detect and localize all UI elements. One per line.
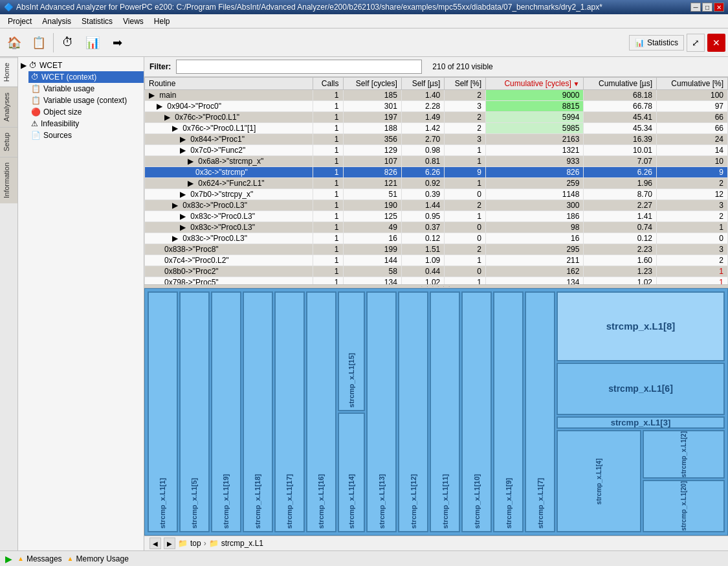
- sources-icon: 📄: [31, 131, 41, 140]
- treemap-cell-17[interactable]: strcmp_x.L1[17]: [274, 291, 305, 532]
- chart-button[interactable]: 📊: [81, 31, 104, 54]
- toolbar-separator-1: [53, 33, 54, 52]
- col-cum-pct[interactable]: Cumulative [%]: [657, 78, 728, 90]
- nav-item-wcet[interactable]: ▶ ⏱ WCET: [18, 60, 144, 71]
- table-row[interactable]: ▶ 0x624->"Func2.L1" 1 121 0.92 1 259 1.9…: [145, 178, 728, 189]
- table-row[interactable]: ▶ 0x83c->"Proc0.L3" 1 190 1.44 2 300 2.2…: [145, 200, 728, 211]
- nav-item-wcet-context[interactable]: ⏱ WCET (context): [28, 71, 144, 83]
- treemap-cell-10[interactable]: strcmp_x.L1[10]: [461, 291, 492, 532]
- tab-setup[interactable]: Setup: [0, 127, 17, 157]
- treemap-cell-4[interactable]: strcmp_x.L1[4]: [557, 430, 641, 532]
- treemap-cell-3[interactable]: strcmp_x.L1[3]: [557, 416, 725, 429]
- wcet-icon: ⏱: [29, 61, 37, 70]
- table-row[interactable]: 0x7c4->"Proc0.L2" 1 144 1.09 1 211 1.60 …: [145, 255, 728, 266]
- col-self-pct[interactable]: Self [%]: [445, 78, 486, 90]
- table-row[interactable]: ▶ 0x83c->"Proc0.L3" 1 49 0.37 0 98 0.74 …: [145, 222, 728, 233]
- nav-item-variable-usage-context[interactable]: 📋 Variable usage (context): [28, 95, 144, 106]
- nav-label-variable-ctx: Variable usage (context): [43, 96, 127, 105]
- report-button[interactable]: 📋: [27, 31, 50, 54]
- statistics-button[interactable]: 📊 Statistics: [629, 35, 684, 51]
- table-header-row: Routine Calls Self [cycles] Self [µs] Se…: [145, 78, 728, 90]
- panel-close-button[interactable]: ✕: [707, 34, 725, 52]
- treemap-cell-19[interactable]: strcmp_x.L1[19]: [211, 291, 241, 532]
- breadcrumb-top[interactable]: top: [190, 539, 201, 548]
- table-row[interactable]: ▶ 0x844->"Proc1" 1 356 2.70 3 2163 16.39…: [145, 134, 728, 145]
- timer-button[interactable]: ⏱: [56, 31, 80, 54]
- arrow-button[interactable]: ➡: [105, 31, 129, 54]
- filter-input[interactable]: [176, 60, 422, 74]
- breadcrumb-folder-icon-1: 📁: [178, 539, 188, 548]
- table-row[interactable]: ▶ 0x7b0->"strcpy_x" 1 51 0.39 0 1148 8.7…: [145, 189, 728, 200]
- col-self-us[interactable]: Self [µs]: [401, 78, 444, 90]
- table-row[interactable]: 0x3c->"strcmp" 1 826 6.26 9 826 6.26 9: [145, 167, 728, 178]
- treemap-cell-6[interactable]: strcmp_x.L1[6]: [557, 363, 725, 416]
- treemap-cell-11[interactable]: strcmp_x.L1[11]: [430, 291, 460, 532]
- expand-icon: ▶: [21, 61, 27, 70]
- nav-item-infeasibility[interactable]: ⚠ Infeasibility: [28, 118, 144, 130]
- treemap-cell-9[interactable]: strcmp_x.L1[9]: [493, 291, 524, 532]
- sidebar-tabs: Home Analyses Setup Information: [0, 57, 18, 550]
- menu-help[interactable]: Help: [149, 16, 175, 27]
- table-row[interactable]: ▶ 0x76c->"Proc0.L1"[1] 1 188 1.42 2 5985…: [145, 123, 728, 134]
- menu-analysis[interactable]: Analysis: [37, 16, 76, 27]
- table-row[interactable]: ▶ 0x76c->"Proc0.L1" 1 197 1.49 2 5994 45…: [145, 112, 728, 123]
- table-row[interactable]: ▶ 0x904->"Proc0" 1 301 2.28 3 8815 66.78…: [145, 101, 728, 112]
- tab-information[interactable]: Information: [0, 157, 17, 203]
- breadcrumb-back-button[interactable]: ◀: [149, 538, 161, 549]
- treemap-cell-20[interactable]: strcmp_x.L1[20]: [643, 480, 725, 532]
- treemap-cell-2[interactable]: strcmp_x.L1[2]: [643, 430, 725, 479]
- table-row[interactable]: ▶ 0x6a8->"strcmp_x" 1 107 0.81 1 933 7.0…: [145, 156, 728, 167]
- close-button[interactable]: ✕: [714, 3, 724, 12]
- nav-label-wcet: WCET: [39, 61, 62, 70]
- resize-button[interactable]: ⤢: [687, 34, 705, 52]
- col-routine[interactable]: Routine: [145, 78, 313, 90]
- breadcrumb-forward-button[interactable]: ▶: [164, 538, 175, 549]
- col-cum-cycles[interactable]: Cumulative [cycles]: [486, 78, 584, 90]
- table-row[interactable]: ▶ 0x83c->"Proc0.L3" 1 125 0.95 1 186 1.4…: [145, 211, 728, 222]
- memory-item[interactable]: ▲ Memory Usage: [67, 554, 129, 563]
- table-row[interactable]: ▶ 0x83c->"Proc0.L3" 1 16 0.12 0 16 0.12 …: [145, 233, 728, 244]
- col-calls[interactable]: Calls: [313, 78, 344, 90]
- treemap-cell-14[interactable]: strcmp_x.L1[14]: [338, 413, 366, 532]
- treemap-cell-13[interactable]: strcmp_x.L1[13]: [366, 291, 397, 532]
- menu-views[interactable]: Views: [118, 16, 149, 27]
- table-row[interactable]: 0x838->"Proc8" 1 199 1.51 2 295 2.23 3: [145, 244, 728, 255]
- tab-analyses[interactable]: Analyses: [0, 87, 17, 127]
- treemap-cell-8[interactable]: strcmp_x.L1[8]: [557, 291, 725, 361]
- play-button[interactable]: ▶: [5, 554, 12, 564]
- treemap-cell-15[interactable]: strcmp_x.L1[15]: [338, 291, 366, 411]
- treemap-cell-1[interactable]: strcmp_x.L1[1]: [148, 291, 178, 532]
- wcet-context-icon: ⏱: [31, 73, 39, 82]
- treemap-cell-12[interactable]: strcmp_x.L1[12]: [398, 291, 428, 532]
- tab-home[interactable]: Home: [0, 57, 17, 87]
- nav-panel: ▶ ⏱ WCET ⏱ WCET (context) 📋 Variable usa…: [18, 57, 144, 550]
- content-area: Filter: 210 of 210 visible Routine Calls…: [144, 57, 728, 550]
- nav-item-sources[interactable]: 📄 Sources: [28, 130, 144, 141]
- variable-ctx-icon: 📋: [31, 96, 41, 105]
- menu-project[interactable]: Project: [3, 16, 37, 27]
- col-self-cycles[interactable]: Self [cycles]: [343, 78, 401, 90]
- nav-item-variable-usage[interactable]: 📋 Variable usage: [28, 83, 144, 95]
- memory-label: Memory Usage: [76, 554, 129, 563]
- col-cum-us[interactable]: Cumulative [µs]: [584, 78, 657, 90]
- treemap-cell-16[interactable]: strcmp_x.L1[16]: [306, 291, 336, 532]
- breadcrumb-current: strcmp_x.L1: [221, 539, 263, 548]
- table-row[interactable]: ▶ main 1 185 1.40 2 9000 68.18 100: [145, 90, 728, 101]
- nav-item-object-size[interactable]: 🔴 Object size: [28, 106, 144, 118]
- messages-item[interactable]: ▲ Messages: [17, 554, 62, 563]
- menu-statistics[interactable]: Statistics: [76, 16, 118, 27]
- treemap-cell-7[interactable]: strcmp_x.L1[7]: [525, 291, 555, 532]
- treemap-cell-5[interactable]: strcmp_x.L1[5]: [179, 291, 210, 532]
- infeas-icon: ⚠: [31, 119, 38, 128]
- statusbar: ▶ ▲ Messages ▲ Memory Usage: [0, 550, 728, 566]
- treemap-cell-18[interactable]: strcmp_x.L1[18]: [243, 291, 273, 532]
- home-button[interactable]: 🏠: [3, 31, 26, 54]
- table-container[interactable]: Routine Calls Self [cycles] Self [µs] Se…: [144, 77, 728, 284]
- table-row[interactable]: ▶ 0x7c0->"Func2" 1 129 0.98 1 1321 10.01…: [145, 145, 728, 156]
- treemap-area[interactable]: strcmp_x.L1[1] strcmp_x.L1[5] strcmp_x.L…: [144, 288, 728, 536]
- object-icon: 🔴: [31, 108, 41, 117]
- app-icon: 🔷: [4, 3, 14, 12]
- maximize-button[interactable]: □: [702, 3, 712, 12]
- minimize-button[interactable]: ─: [690, 3, 701, 12]
- table-row[interactable]: 0x8b0->"Proc2" 1 58 0.44 0 162 1.23 1: [145, 266, 728, 277]
